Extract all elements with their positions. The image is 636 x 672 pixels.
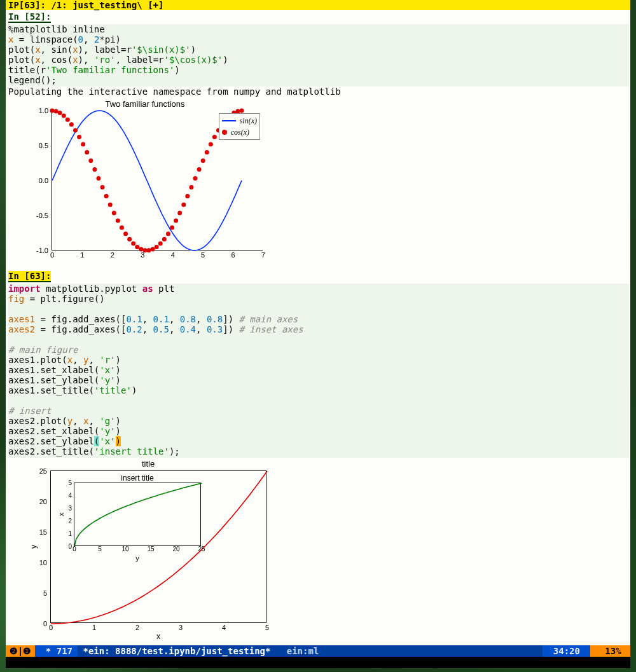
- svg-point-25: [147, 248, 151, 252]
- svg-point-49: [240, 109, 244, 113]
- output-52: Populating the interactive namespace fro…: [8, 86, 629, 97]
- svg-point-35: [185, 194, 190, 198]
- svg-point-40: [205, 150, 209, 154]
- chart2-xlabel: x: [156, 631, 160, 641]
- svg-point-19: [123, 231, 128, 236]
- chart1-axes: sin(x) cos(x) -1.0-0.50.00.51.001234567: [52, 111, 263, 250]
- svg-point-29: [162, 237, 167, 242]
- svg-point-34: [181, 202, 186, 207]
- svg-point-39: [201, 158, 205, 163]
- svg-point-10: [88, 158, 93, 163]
- cell-52[interactable]: In [52]: %matplotlib inline x = linspace…: [6, 10, 630, 264]
- modeline-modified: * 717: [35, 645, 78, 657]
- svg-point-14: [104, 194, 109, 198]
- modeline-pct: 13%: [590, 645, 630, 657]
- svg-point-27: [155, 245, 159, 249]
- svg-point-12: [96, 176, 100, 181]
- in-prompt-63: In [63]:: [8, 271, 51, 282]
- chart2-title: title: [21, 459, 275, 469]
- chart2-axes: y x 0510152025012345 insert title x y 01…: [50, 470, 266, 623]
- modeline-mode: ein:ml: [276, 646, 324, 656]
- svg-point-16: [112, 210, 116, 215]
- svg-point-0: [50, 109, 55, 113]
- code-52[interactable]: %matplotlib inline x = linspace(0, 2*pi)…: [8, 24, 629, 86]
- svg-point-30: [166, 231, 170, 236]
- legend-dot-icon: [222, 130, 227, 135]
- window-title: IP[63]: /1: just_testing\ [+]: [6, 0, 630, 10]
- modeline-buffer: *ein: 8888/test.ipynb/just_testing*: [78, 646, 276, 656]
- svg-point-37: [193, 176, 198, 181]
- chart2-inset: insert title x y 0123450510152025: [74, 483, 201, 546]
- inset-title: insert title: [74, 473, 200, 483]
- cell-63[interactable]: In [63]: import matplotlib.pyplot as plt…: [6, 270, 630, 637]
- chart-title-with-inset: title y x 0510152025012345 insert title …: [21, 459, 275, 637]
- chart-two-familiar-functions: Two familiar functions sin(x) cos(x) -1.…: [21, 99, 269, 264]
- legend-line-icon: [222, 120, 236, 121]
- svg-point-26: [151, 247, 155, 251]
- svg-point-21: [131, 242, 135, 246]
- chart1-legend: sin(x) cos(x): [219, 113, 260, 140]
- svg-point-41: [209, 142, 213, 146]
- minibuffer[interactable]: [6, 657, 630, 668]
- editor-frame: IP[63]: /1: just_testing\ [+] In [52]: %…: [6, 0, 630, 648]
- svg-point-22: [135, 245, 139, 249]
- svg-point-18: [120, 225, 124, 230]
- modeline-workspace: ❷|❶: [6, 645, 35, 657]
- inset-svg: [74, 483, 202, 547]
- chart2-ylabel: y: [29, 545, 39, 549]
- svg-point-5: [69, 122, 74, 127]
- svg-point-17: [116, 218, 120, 223]
- legend-cos: cos(x): [231, 127, 249, 137]
- svg-point-1: [54, 109, 59, 113]
- svg-point-2: [58, 111, 62, 115]
- svg-point-15: [108, 202, 113, 207]
- modeline-pos: 34:20: [543, 645, 590, 657]
- code-63[interactable]: import matplotlib.pyplot as plt fig = pl…: [8, 284, 629, 458]
- svg-point-33: [177, 210, 182, 215]
- svg-point-38: [197, 167, 202, 172]
- chart1-title: Two familiar functions: [21, 99, 269, 109]
- svg-point-13: [100, 185, 105, 189]
- svg-point-28: [158, 242, 163, 246]
- svg-point-9: [85, 150, 89, 154]
- svg-point-7: [77, 135, 81, 139]
- svg-point-20: [127, 237, 132, 242]
- svg-point-31: [170, 225, 174, 230]
- inset-xlabel: y: [135, 553, 139, 563]
- svg-point-4: [66, 118, 70, 122]
- inset-ylabel: x: [56, 512, 66, 516]
- svg-point-42: [212, 135, 217, 139]
- svg-point-32: [174, 218, 178, 223]
- svg-point-11: [92, 167, 97, 172]
- svg-point-36: [189, 185, 193, 189]
- modeline: ❷|❶ * 717 *ein: 8888/test.ipynb/just_tes…: [6, 645, 630, 657]
- legend-sin: sin(x): [240, 116, 257, 126]
- svg-point-8: [81, 142, 85, 146]
- svg-point-3: [62, 114, 66, 118]
- in-prompt-52: In [52]:: [8, 11, 51, 23]
- svg-point-6: [73, 128, 78, 132]
